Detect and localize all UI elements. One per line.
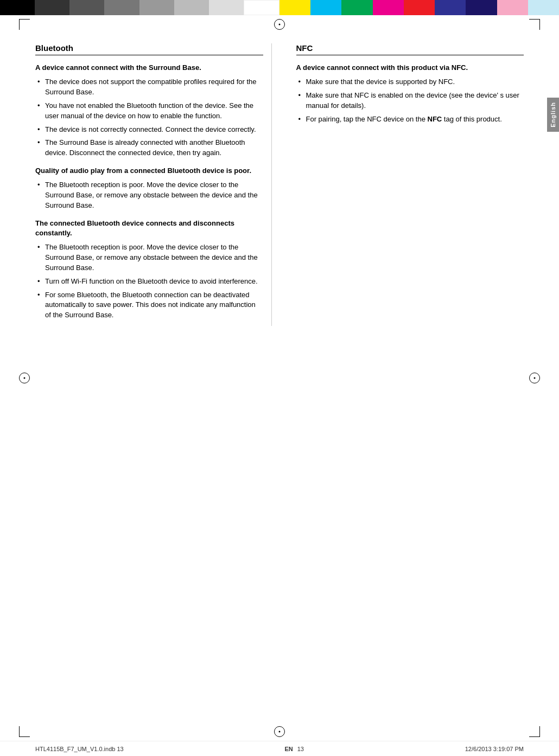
reg-mark-left [19,373,30,383]
bar-lightblue [528,0,559,15]
list-item: Make sure that NFC is enabled on the dev… [296,91,524,111]
nfc-section: NFC A device cannot connect with this pr… [288,43,524,326]
bar-gray3 [104,0,139,15]
list-item: Turn off Wi-Fi function on the Bluetooth… [35,277,263,287]
top-bar-right [280,0,559,15]
top-color-bar [0,0,559,15]
bluetooth-subsection-3-heading: The connected Bluetooth device connects … [35,219,263,238]
language-tab-label: English [550,102,556,127]
list-item: The device is not correctly connected. C… [35,125,263,135]
bottom-bar: HTL4115B_F7_UM_V1.0.indb 13 EN 13 12/6/2… [0,741,559,756]
bluetooth-subsection-2-list: The Bluetooth reception is poor. Move th… [35,180,263,211]
list-item: For pairing, tap the NFC device on the N… [296,114,524,125]
language-tab: English [547,98,559,132]
bar-gray5 [174,0,209,15]
filename-left: HTL4115B_F7_UM_V1.0.indb 13 [35,746,124,752]
corner-mark-br [529,726,540,737]
bar-gray1 [35,0,69,15]
reg-mark-right [529,373,540,383]
bar-darkblue [466,0,497,15]
bluetooth-subsection-1-heading: A device cannot connect with the Surroun… [35,63,263,73]
bluetooth-subsection-3-list: The Bluetooth reception is poor. Move th… [35,242,263,321]
list-item: Make sure that the device is supported b… [296,77,524,87]
bar-green [341,0,372,15]
bluetooth-title: Bluetooth [35,43,263,55]
corner-mark-tr [529,19,540,30]
nfc-title: NFC [296,43,524,55]
bar-magenta [373,0,404,15]
nfc-subsection-1-list: Make sure that the device is supported b… [296,77,524,124]
main-content: Bluetooth A device cannot connect with t… [35,43,524,723]
bluetooth-section: Bluetooth A device cannot connect with t… [35,43,272,326]
bar-pink [497,0,528,15]
bar-cyan [310,0,341,15]
bar-white [244,0,280,15]
corner-mark-tl [19,19,30,30]
page-language: EN [284,746,293,752]
list-item: You have not enabled the Bluetooth funct… [35,101,263,121]
bar-red [404,0,435,15]
reg-mark-top [274,19,285,30]
bar-black [0,0,35,15]
nfc-subsection-1-heading: A device cannot connect with this produc… [296,63,524,73]
list-item: For some Bluetooth, the Bluetooth connec… [35,290,263,321]
list-item: The Bluetooth reception is poor. Move th… [35,242,263,273]
bluetooth-subsection-2-heading: Quality of audio play from a connected B… [35,166,263,176]
two-column-layout: Bluetooth A device cannot connect with t… [35,43,524,326]
filename-right: 12/6/2013 3:19:07 PM [465,746,524,752]
bar-gray4 [139,0,174,15]
bar-gray2 [69,0,104,15]
list-item: The device does not support the compatib… [35,77,263,98]
page-number: 13 [297,746,304,752]
bar-blue [435,0,466,15]
page-info: EN 13 [284,746,304,752]
list-item: The Surround Base is already connected w… [35,138,263,158]
corner-mark-bl [19,726,30,737]
top-bar-left [0,0,280,15]
list-item: The Bluetooth reception is poor. Move th… [35,180,263,211]
bar-yellow [280,0,310,15]
reg-mark-bottom [274,726,285,737]
bar-gray6 [209,0,244,15]
bluetooth-subsection-1-list: The device does not support the compatib… [35,77,263,158]
